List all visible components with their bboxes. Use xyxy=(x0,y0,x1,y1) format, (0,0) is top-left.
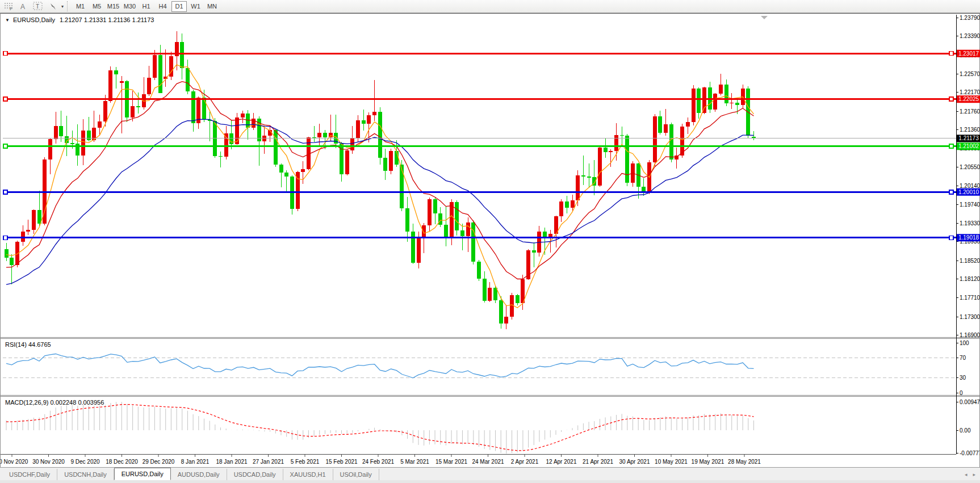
date-tick-label: 8 Jan 2021 xyxy=(181,459,210,465)
macd-tick-label: -0.007778 xyxy=(960,450,980,456)
hline-1.20010[interactable] xyxy=(3,190,956,194)
macd-signal-line xyxy=(6,405,754,451)
tab-scroll-left-icon[interactable]: ◂ xyxy=(965,472,968,477)
price-badge: 1.21173 xyxy=(958,135,979,141)
line-handle xyxy=(949,190,953,194)
line-handle xyxy=(3,144,7,148)
tab-scroll-right-icon[interactable]: ▸ xyxy=(973,472,975,477)
date-tick-label: 30 Nov 2020 xyxy=(32,459,65,465)
date-tick-label: 9 Dec 2020 xyxy=(70,459,100,465)
chart-tab-usdchf[interactable]: USDCHF,Daily xyxy=(2,469,57,480)
chart-shift-marker-icon xyxy=(761,16,768,19)
triangle-down-icon[interactable]: ▼ xyxy=(5,18,10,23)
macd-tick-label: 0.009478 xyxy=(960,399,980,405)
date-tick-label: 20 Nov 2020 xyxy=(1,459,28,465)
price-tick-label: 1.19330 xyxy=(960,220,980,226)
hline-1.21002[interactable] xyxy=(3,144,956,148)
rsi-line xyxy=(6,354,754,378)
toolbar: FAT ▾ M1M5M15M30H1H4D1W1MN xyxy=(0,0,980,13)
toolbar-separator xyxy=(67,1,70,11)
text-box-tool-button[interactable]: T xyxy=(30,1,46,12)
line-handle xyxy=(3,97,7,101)
hline-1.19018[interactable] xyxy=(3,236,956,240)
timeframe-button-h1[interactable]: H1 xyxy=(139,1,154,12)
hline-1.23017[interactable] xyxy=(3,52,956,56)
macd-label: MACD(12,26,9) 0.002248 0.003956 xyxy=(5,399,104,406)
date-tick-label: 12 Apr 2021 xyxy=(546,459,577,465)
date-tick-label: 2 Apr 2021 xyxy=(511,459,539,465)
timeframe-button-w1[interactable]: W1 xyxy=(188,1,203,12)
date-tick-label: 18 Dec 2020 xyxy=(106,459,138,465)
chevron-down-icon[interactable]: ▾ xyxy=(61,4,64,9)
price-chart-svg[interactable]: 1.237901.233901.229801.225701.221701.217… xyxy=(1,14,980,468)
rsi-tick-label: 30 xyxy=(960,375,966,381)
timeframe-button-d1[interactable]: D1 xyxy=(171,1,187,12)
date-tick-label: 24 Feb 2021 xyxy=(362,459,395,465)
price-tick-label: 1.19740 xyxy=(960,201,980,208)
price-tick-label: 1.21360 xyxy=(960,127,980,133)
hline-1.22025[interactable] xyxy=(3,97,956,101)
timeframe-button-m1[interactable]: M1 xyxy=(73,1,88,12)
candles-layer xyxy=(5,31,756,329)
price-badge: 1.21002 xyxy=(958,143,979,149)
chart-tab-xauusd[interactable]: XAUUSD,H1 xyxy=(283,469,333,480)
chart-tab-usdcad[interactable]: USDCAD,Daily xyxy=(227,469,283,480)
macd-indicator-layer xyxy=(6,402,754,453)
chart-tabbar: USDCHF,DailyUSDCNH,DailyEURUSD,DailyAUDU… xyxy=(0,467,980,480)
timeframe-button-mn[interactable]: MN xyxy=(204,1,220,12)
timeframe-button-m30[interactable]: M30 xyxy=(122,1,137,12)
date-tick-label: 21 Apr 2021 xyxy=(583,459,613,465)
chart-tab-eurusd[interactable]: EURUSD,Daily xyxy=(114,468,171,480)
date-tick-label: 30 Apr 2021 xyxy=(619,459,650,465)
line-studies-toolbar: FAT xyxy=(1,1,60,12)
line-handle xyxy=(3,52,7,56)
price-tick-label: 1.17710 xyxy=(960,295,980,301)
price-tick-label: 1.18520 xyxy=(960,258,980,264)
svg-text:T: T xyxy=(36,3,39,10)
svg-text:A: A xyxy=(20,3,25,11)
date-tick-label: 5 Mar 2021 xyxy=(400,459,429,465)
fibonacci-tool-button[interactable]: F xyxy=(1,1,16,12)
line-handle xyxy=(3,190,7,194)
price-badge: 1.22025 xyxy=(958,96,979,102)
price-tick-label: 1.23390 xyxy=(960,33,980,39)
rsi-label: RSI(14) 44.6765 xyxy=(5,341,51,348)
svg-text:F: F xyxy=(10,6,12,11)
tab-scroll-arrows: ◂ ▸ xyxy=(965,469,975,480)
rsi-tick-label: 100 xyxy=(960,340,969,346)
line-handle xyxy=(949,97,953,101)
chart-tab-usoil[interactable]: USOil,Daily xyxy=(333,469,379,480)
ma-fast-line xyxy=(6,65,754,308)
date-tick-label: 19 May 2021 xyxy=(692,459,724,465)
text-label-tool-button[interactable]: A xyxy=(16,1,30,12)
price-tick-label: 1.16900 xyxy=(960,332,980,338)
date-tick-label: 10 May 2021 xyxy=(655,459,688,465)
chart-symbol-label: EURUSD,Daily xyxy=(13,16,55,23)
timeframe-button-h4[interactable]: H4 xyxy=(155,1,170,12)
chart-window[interactable]: 1.237901.233901.229801.225701.221701.217… xyxy=(0,13,980,467)
axis-price-badges: 1.230171.220251.210021.200101.190181.211… xyxy=(957,50,980,242)
timeframe-button-m15[interactable]: M15 xyxy=(106,1,121,12)
rsi-tick-label: 70 xyxy=(960,355,966,361)
date-tick-label: 27 Jan 2021 xyxy=(253,459,284,465)
chart-ohlc-values: 1.21207 1.21331 1.21136 1.21173 xyxy=(60,16,154,23)
date-tick-label: 5 Feb 2021 xyxy=(291,459,320,465)
timeframe-button-m5[interactable]: M5 xyxy=(89,1,104,12)
horizontal-lines-layer[interactable] xyxy=(3,52,956,240)
chart-title: ▼ EURUSD,Daily 1.21207 1.21331 1.21136 1… xyxy=(5,16,154,23)
line-handle xyxy=(3,236,7,240)
rsi-tick-label: 0 xyxy=(960,390,963,396)
price-tick-label: 1.21760 xyxy=(960,108,980,115)
window-edge xyxy=(0,480,980,483)
chart-tab-audusd[interactable]: AUDUSD,Daily xyxy=(171,469,227,480)
price-tick-label: 1.23790 xyxy=(960,15,980,21)
price-badge: 1.20010 xyxy=(958,189,979,195)
price-badge: 1.23017 xyxy=(958,51,979,57)
arrows-tool-button[interactable] xyxy=(46,1,60,12)
price-tick-label: 1.22170 xyxy=(960,89,980,95)
date-axis[interactable]: 20 Nov 202030 Nov 20209 Dec 202018 Dec 2… xyxy=(1,455,761,465)
chart-tab-usdcnh[interactable]: USDCNH,Daily xyxy=(57,469,114,480)
macd-tick-label: 0.00 xyxy=(960,427,971,434)
rsi-indicator-layer xyxy=(3,354,956,378)
timeframes-toolbar: M1M5M15M30H1H4D1W1MN xyxy=(72,1,220,12)
